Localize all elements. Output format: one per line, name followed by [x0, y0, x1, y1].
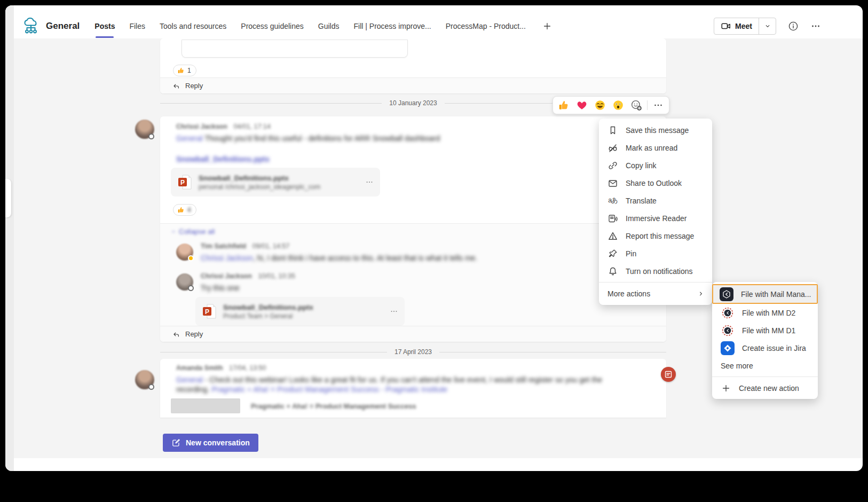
add-reaction-icon[interactable]	[629, 98, 644, 113]
file-more-icon[interactable]	[390, 307, 398, 316]
submenu-item-create-new-action[interactable]: Create new action	[712, 379, 818, 397]
submenu-item-file-with-mail-manager[interactable]: File with Mail Mana...	[712, 284, 818, 304]
channel-title: General	[46, 21, 80, 32]
info-icon[interactable]	[788, 21, 799, 32]
presence-indicator	[188, 255, 194, 261]
warning-icon	[607, 231, 618, 241]
menu-item-more-actions[interactable]: More actions	[599, 285, 712, 302]
mail-manager-icon	[720, 287, 733, 301]
reaction-pill[interactable]: 1	[173, 65, 196, 76]
menu-item-translate[interactable]: aあ Translate	[599, 192, 712, 209]
chevron-up-icon	[171, 229, 176, 234]
archive-icon	[661, 367, 676, 382]
menu-item-turn-on-notifications[interactable]: Turn on notifications	[599, 262, 712, 280]
menu-item-immersive-reader[interactable]: Immersive Reader	[599, 209, 712, 227]
mm-dev-icon	[721, 306, 735, 320]
link-preview-partial[interactable]	[182, 40, 408, 58]
menu-item-report-message[interactable]: Report this message	[599, 227, 712, 245]
message-body: General Thought you'd find this useful -…	[176, 134, 527, 143]
tab-guilds[interactable]: Guilds	[318, 14, 340, 38]
channel-tag-link[interactable]: General	[176, 134, 203, 143]
submenu-item-create-issue-in-jira[interactable]: Create issue in Jira	[712, 339, 818, 357]
reply-label: Reply	[185, 82, 203, 90]
message-text: recording.	[176, 385, 211, 394]
meet-dropdown-button[interactable]	[759, 18, 776, 34]
channel-tabs: Posts Files Tools and resources Process …	[94, 14, 552, 38]
message-card: Amanda Smith 17/04, 13:50 General - Chec…	[160, 359, 666, 418]
timestamp: 04/01, 17:14	[233, 123, 271, 130]
thumbs-up-emoji	[177, 206, 185, 214]
reaction-pill[interactable]: 4	[173, 204, 196, 216]
channel-tag-link[interactable]: General	[176, 375, 203, 384]
laughing-emoji[interactable]	[593, 98, 607, 113]
meet-label: Meet	[735, 22, 752, 30]
submenu-item-file-with-mm-d2[interactable]: File with MM D2	[712, 304, 818, 321]
meet-split-button: Meet	[714, 18, 776, 35]
tab-processmap-product[interactable]: ProcessMap - Product...	[446, 14, 526, 38]
tab-process-guidelines[interactable]: Process guidelines	[241, 14, 304, 38]
menu-item-share-outlook[interactable]: Share to Outlook	[599, 174, 712, 192]
more-options-icon[interactable]	[810, 21, 821, 32]
file-attachment-card[interactable]: P Snowball_Definitions.pptx personal /ch…	[171, 168, 380, 197]
message-author-row: Amanda Smith 17/04, 13:50	[176, 364, 266, 372]
reply-label: Reply	[185, 330, 203, 338]
teams-window: General Posts Files Tools and resources …	[5, 5, 863, 471]
reply-bar[interactable]: Reply	[160, 326, 666, 342]
mention-link[interactable]: Chrissi Jackson	[201, 254, 253, 262]
link-icon	[607, 160, 618, 171]
message-author-row: Chrissi Jackson 04/01, 17:14	[176, 123, 271, 130]
message-text: Thought you'd find this useful - definit…	[204, 134, 440, 143]
chevron-right-icon	[697, 290, 705, 297]
reply-author-row: Chrissi Jackson 10/01, 10:35	[201, 272, 295, 280]
tab-tools-and-resources[interactable]: Tools and resources	[160, 14, 226, 38]
channel-header: General Posts Files Tools and resources …	[14, 14, 863, 38]
menu-item-pin[interactable]: Pin	[599, 245, 712, 262]
filed-message-badge[interactable]	[661, 367, 676, 382]
webinar-link[interactable]: Pragmatic + Aha! = Product Management Su…	[211, 385, 447, 394]
timestamp: 17/04, 13:50	[229, 364, 266, 372]
file-location: personal /chrissi_jackson_ideagenplc_com	[199, 183, 360, 191]
tab-posts[interactable]: Posts	[94, 14, 115, 38]
chevron-down-icon	[764, 22, 771, 30]
menu-separator	[599, 282, 712, 283]
heart-emoji[interactable]	[574, 98, 589, 113]
link-preview-card[interactable]: Pragmatic + Aha! = Product Management Su…	[171, 398, 602, 413]
presence-indicator	[148, 134, 154, 139]
attachment-link[interactable]: Snowball_Definitions.pptx	[176, 155, 270, 163]
plus-icon	[721, 383, 731, 394]
file-more-icon[interactable]	[365, 178, 374, 186]
toolbar-divider	[647, 100, 648, 110]
new-conversation-button[interactable]: New conversation	[163, 434, 258, 452]
menu-item-save-message[interactable]: Save this message	[599, 121, 712, 139]
date-label: 10 January 2023	[389, 99, 437, 107]
menu-item-copy-link[interactable]: Copy link	[599, 156, 712, 174]
date-label: 17 April 2023	[394, 348, 432, 356]
reaction-count: 1	[187, 67, 191, 74]
jira-icon	[721, 341, 735, 355]
tab-fill-process-improve[interactable]: Fill | Process improve...	[354, 14, 431, 38]
file-attachment-card[interactable]: P Snowball_Definitions.pptx Product Team…	[195, 297, 405, 326]
powerpoint-icon: P	[202, 303, 218, 320]
reply-author-row: Tim Satchfield 09/01, 14:57	[201, 242, 289, 250]
preview-title: Pragmatic + Aha! = Product Management Su…	[251, 402, 416, 410]
previous-message-card: 1 Reply	[160, 38, 666, 93]
message-body: recording. Pragmatic + Aha! = Product Ma…	[176, 385, 447, 394]
bell-icon	[607, 266, 618, 277]
reaction-count: 4	[187, 206, 191, 214]
menu-item-mark-unread[interactable]: Mark as unread	[599, 139, 712, 156]
collapse-all-link[interactable]: Collapse all	[171, 228, 215, 236]
submenu-item-see-more[interactable]: See more	[712, 357, 818, 374]
thumbs-up-emoji[interactable]	[556, 98, 571, 113]
more-message-options-icon[interactable]	[651, 98, 666, 113]
surprised-emoji[interactable]	[611, 98, 626, 113]
tab-files[interactable]: Files	[129, 14, 145, 38]
add-tab-button[interactable]	[542, 21, 552, 31]
side-panel-handle[interactable]	[5, 179, 11, 217]
message-card: Chrissi Jackson 04/01, 17:14 General Tho…	[160, 116, 666, 342]
pin-icon	[607, 248, 618, 259]
submenu-item-file-with-mm-d1[interactable]: File with MM D1	[712, 321, 818, 339]
date-divider: 17 April 2023	[160, 348, 666, 356]
reply-bar[interactable]: Reply	[160, 77, 666, 93]
meet-button[interactable]: Meet	[714, 18, 759, 34]
file-name: Snowball_Definitions.pptx	[199, 174, 360, 182]
